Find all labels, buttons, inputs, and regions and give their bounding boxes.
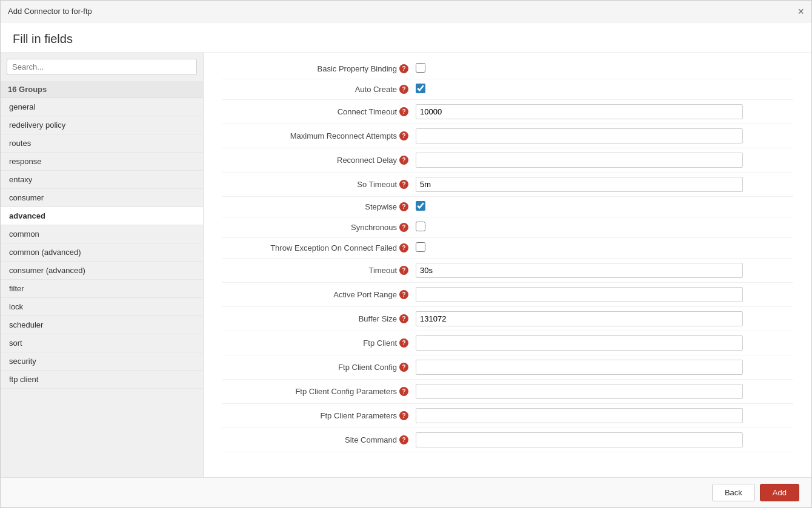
sidebar-item-general[interactable]: general bbox=[1, 98, 203, 116]
help-icon-basic-property-binding[interactable]: ? bbox=[399, 64, 408, 73]
label-auto-create: Auto Create ? bbox=[222, 85, 416, 94]
checkbox-basic-property-binding[interactable] bbox=[416, 63, 425, 73]
control-wrap-ftp-client-config-parameters bbox=[416, 384, 793, 399]
sidebar-item-redelivery-policy[interactable]: redelivery policy bbox=[1, 116, 203, 134]
help-icon-ftp-client-config[interactable]: ? bbox=[399, 363, 408, 372]
input-connect-timeout[interactable] bbox=[416, 104, 743, 119]
control-wrap-active-port-range bbox=[416, 287, 793, 302]
input-buffer-size[interactable] bbox=[416, 311, 743, 326]
sidebar-item-consumer[interactable]: consumer bbox=[1, 189, 203, 207]
label-synchronous: Synchronous ? bbox=[222, 223, 416, 232]
form-row-ftp-client: Ftp Client ? bbox=[222, 331, 793, 355]
control-wrap-synchronous bbox=[416, 222, 793, 233]
control-wrap-throw-exception-on-connect-failed bbox=[416, 242, 793, 254]
label-so-timeout: So Timeout ? bbox=[222, 180, 416, 189]
sidebar-item-entaxy[interactable]: entaxy bbox=[1, 171, 203, 189]
help-icon-buffer-size[interactable]: ? bbox=[399, 314, 408, 323]
control-wrap-stepwise bbox=[416, 201, 793, 213]
label-active-port-range: Active Port Range ? bbox=[222, 290, 416, 299]
sidebar: 16 Groups generalredelivery policyroutes… bbox=[1, 53, 204, 477]
control-wrap-ftp-client-parameters bbox=[416, 408, 793, 423]
sidebar-item-sort[interactable]: sort bbox=[1, 334, 203, 352]
sidebar-item-scheduler[interactable]: scheduler bbox=[1, 316, 203, 334]
help-icon-connect-timeout[interactable]: ? bbox=[399, 107, 408, 116]
label-reconnect-delay: Reconnect Delay ? bbox=[222, 156, 416, 165]
input-site-command[interactable] bbox=[416, 432, 743, 447]
control-wrap-ftp-client-config bbox=[416, 360, 793, 375]
form-row-basic-property-binding: Basic Property Binding ? bbox=[222, 59, 793, 79]
main-content: 16 Groups generalredelivery policyroutes… bbox=[1, 53, 811, 477]
form-row-stepwise: Stepwise ? bbox=[222, 197, 793, 217]
input-ftp-client-parameters[interactable] bbox=[416, 408, 743, 423]
checkbox-auto-create[interactable] bbox=[416, 84, 425, 93]
label-connect-timeout: Connect Timeout ? bbox=[222, 107, 416, 116]
help-icon-auto-create[interactable]: ? bbox=[399, 85, 408, 94]
dialog-title: Add Connector to for-ftp bbox=[8, 7, 92, 16]
control-wrap-buffer-size bbox=[416, 311, 793, 326]
input-ftp-client-config[interactable] bbox=[416, 360, 743, 375]
help-icon-maximum-reconnect-attempts[interactable]: ? bbox=[399, 131, 408, 140]
input-ftp-client-config-parameters[interactable] bbox=[416, 384, 743, 399]
help-icon-so-timeout[interactable]: ? bbox=[399, 180, 408, 189]
help-icon-ftp-client-parameters[interactable]: ? bbox=[399, 411, 408, 420]
input-timeout[interactable] bbox=[416, 263, 743, 278]
help-icon-reconnect-delay[interactable]: ? bbox=[399, 156, 408, 165]
control-wrap-ftp-client bbox=[416, 335, 793, 351]
close-button[interactable]: × bbox=[797, 6, 804, 17]
help-icon-site-command[interactable]: ? bbox=[399, 435, 408, 444]
label-maximum-reconnect-attempts: Maximum Reconnect Attempts ? bbox=[222, 131, 416, 140]
help-icon-throw-exception-on-connect-failed[interactable]: ? bbox=[399, 243, 408, 252]
search-input[interactable] bbox=[7, 59, 197, 75]
input-maximum-reconnect-attempts[interactable] bbox=[416, 128, 743, 143]
form-row-connect-timeout: Connect Timeout ? bbox=[222, 100, 793, 124]
control-wrap-connect-timeout bbox=[416, 104, 793, 119]
back-button[interactable]: Back bbox=[712, 484, 755, 501]
form-row-site-command: Site Command ? bbox=[222, 428, 793, 452]
label-timeout: Timeout ? bbox=[222, 266, 416, 275]
sidebar-item-advanced[interactable]: advanced bbox=[1, 207, 203, 225]
label-ftp-client-config-parameters: Ftp Client Config Parameters ? bbox=[222, 387, 416, 396]
label-site-command: Site Command ? bbox=[222, 435, 416, 444]
form-row-synchronous: Synchronous ? bbox=[222, 217, 793, 238]
title-bar: Add Connector to for-ftp × bbox=[1, 1, 811, 22]
input-reconnect-delay[interactable] bbox=[416, 153, 743, 168]
form-row-auto-create: Auto Create ? bbox=[222, 79, 793, 100]
control-wrap-basic-property-binding bbox=[416, 63, 793, 74]
help-icon-ftp-client-config-parameters[interactable]: ? bbox=[399, 387, 408, 396]
form-row-ftp-client-parameters: Ftp Client Parameters ? bbox=[222, 404, 793, 428]
help-icon-synchronous[interactable]: ? bbox=[399, 223, 408, 232]
form-row-ftp-client-config-parameters: Ftp Client Config Parameters ? bbox=[222, 380, 793, 404]
sidebar-item-filter[interactable]: filter bbox=[1, 280, 203, 298]
form-row-active-port-range: Active Port Range ? bbox=[222, 283, 793, 307]
checkbox-stepwise[interactable] bbox=[416, 201, 425, 211]
help-icon-stepwise[interactable]: ? bbox=[399, 202, 408, 211]
sidebar-list: generalredelivery policyroutesresponseen… bbox=[1, 98, 203, 477]
label-stepwise: Stepwise ? bbox=[222, 202, 416, 211]
form-row-maximum-reconnect-attempts: Maximum Reconnect Attempts ? bbox=[222, 124, 793, 148]
sidebar-item-consumer-advanced[interactable]: consumer (advanced) bbox=[1, 262, 203, 280]
sidebar-item-lock[interactable]: lock bbox=[1, 298, 203, 316]
label-throw-exception-on-connect-failed: Throw Exception On Connect Failed ? bbox=[222, 243, 416, 252]
help-icon-ftp-client[interactable]: ? bbox=[399, 338, 408, 348]
control-wrap-reconnect-delay bbox=[416, 153, 793, 168]
input-ftp-client[interactable] bbox=[416, 335, 743, 351]
checkbox-synchronous[interactable] bbox=[416, 222, 425, 231]
sidebar-item-common-advanced[interactable]: common (advanced) bbox=[1, 243, 203, 262]
checkbox-throw-exception-on-connect-failed[interactable] bbox=[416, 242, 425, 252]
sidebar-item-common[interactable]: common bbox=[1, 225, 203, 243]
sidebar-item-routes[interactable]: routes bbox=[1, 134, 203, 153]
form-row-ftp-client-config: Ftp Client Config ? bbox=[222, 355, 793, 380]
input-so-timeout[interactable] bbox=[416, 177, 743, 192]
control-wrap-site-command bbox=[416, 432, 793, 447]
input-active-port-range[interactable] bbox=[416, 287, 743, 302]
help-icon-active-port-range[interactable]: ? bbox=[399, 290, 408, 299]
sidebar-item-response[interactable]: response bbox=[1, 153, 203, 171]
sidebar-item-ftp-client[interactable]: ftp client bbox=[1, 371, 203, 389]
sidebar-item-security[interactable]: security bbox=[1, 352, 203, 371]
control-wrap-auto-create bbox=[416, 84, 793, 95]
help-icon-timeout[interactable]: ? bbox=[399, 266, 408, 275]
control-wrap-so-timeout bbox=[416, 177, 793, 192]
add-button[interactable]: Add bbox=[760, 484, 799, 501]
form-row-reconnect-delay: Reconnect Delay ? bbox=[222, 148, 793, 173]
form-row-throw-exception-on-connect-failed: Throw Exception On Connect Failed ? bbox=[222, 238, 793, 259]
